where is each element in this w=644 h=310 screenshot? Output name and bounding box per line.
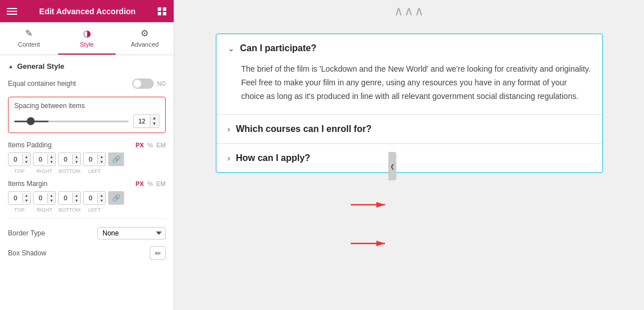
- margin-link-btn[interactable]: 🔗: [108, 191, 124, 205]
- padding-top-input[interactable]: [9, 156, 22, 163]
- section-title: General Style: [17, 62, 64, 71]
- margin-top-up[interactable]: ▲: [23, 193, 30, 198]
- padding-top-up[interactable]: ▲: [23, 154, 30, 159]
- margin-sub-labels: TOP RIGHT BOTTOM LEFT: [8, 207, 166, 213]
- padding-bottom-sublabel: BOTTOM: [58, 168, 81, 174]
- equal-container-height-row: Equal container height NO: [8, 78, 166, 89]
- hamburger-menu-icon[interactable]: [7, 8, 17, 15]
- box-shadow-label: Box Shadow: [8, 249, 46, 257]
- equal-container-toggle[interactable]: [132, 78, 154, 89]
- spacing-slider[interactable]: [14, 121, 129, 122]
- padding-left-sublabel: LEFT: [83, 168, 106, 174]
- box-shadow-row: Box Shadow ✏: [8, 246, 166, 260]
- margin-right-down[interactable]: ▼: [48, 198, 55, 203]
- border-type-select[interactable]: None Solid Dashed Dotted: [97, 227, 166, 239]
- wave-icon: ∧∧∧: [394, 4, 425, 19]
- items-margin-label: Items Margin: [8, 180, 47, 188]
- margin-right-input[interactable]: [34, 195, 47, 201]
- margin-left-sublabel: LEFT: [83, 207, 106, 213]
- margin-bottom-sublabel: BOTTOM: [58, 207, 81, 213]
- padding-link-btn[interactable]: 🔗: [108, 152, 124, 166]
- arrow-2: [351, 237, 391, 252]
- panel-body: ▲ General Style Equal container height N…: [0, 55, 174, 310]
- equal-container-height-label: Equal container height: [8, 80, 76, 88]
- margin-unit-px[interactable]: PX: [136, 180, 144, 187]
- margin-top-down[interactable]: ▼: [23, 198, 30, 203]
- margin-unit-pct[interactable]: %: [147, 180, 153, 187]
- padding-unit-pct[interactable]: %: [147, 142, 153, 148]
- padding-right-down[interactable]: ▼: [48, 159, 55, 164]
- padding-right-input[interactable]: [34, 156, 47, 163]
- padding-bottom-down[interactable]: ▼: [73, 159, 80, 164]
- margin-bottom-input[interactable]: [59, 195, 72, 201]
- padding-right-sublabel: RIGHT: [33, 168, 56, 174]
- margin-bottom-up[interactable]: ▲: [73, 193, 80, 198]
- accordion-title-3: How can I apply?: [236, 153, 310, 163]
- accordion-header-3[interactable]: › How can I apply?: [216, 144, 602, 172]
- advanced-tab-icon: ⚙: [141, 28, 149, 39]
- padding-unit-selector: PX % EM: [136, 142, 166, 148]
- chevron-right-icon-3: ›: [228, 154, 231, 163]
- padding-unit-em[interactable]: EM: [157, 142, 166, 148]
- chevron-down-icon: ⌄: [228, 44, 235, 53]
- padding-left-up[interactable]: ▲: [98, 154, 105, 159]
- box-shadow-edit-btn[interactable]: ✏: [150, 246, 166, 260]
- panel-header: Edit Advanced Accordion: [0, 0, 174, 22]
- spacing-down-btn[interactable]: ▼: [150, 121, 158, 127]
- spacing-section: Spacing between items ▲ ▼: [8, 97, 166, 133]
- margin-right-sublabel: RIGHT: [33, 207, 56, 213]
- margin-left-box: ▲▼: [83, 191, 106, 205]
- accordion-item-2: › Which courses can I enroll for?: [216, 115, 602, 144]
- accordion-body-text-1: The brief of the film is 'Lockdown and t…: [241, 64, 591, 101]
- right-content: ⌄ Can I participate? The brief of the fi…: [174, 22, 644, 310]
- padding-bottom-box: ▲▼: [58, 152, 81, 166]
- spacing-input-box: ▲ ▼: [133, 114, 159, 128]
- toggle-value-label: NO: [157, 81, 166, 87]
- margin-bottom-down[interactable]: ▼: [73, 198, 80, 203]
- border-type-label: Border Type: [8, 229, 45, 237]
- tab-advanced[interactable]: ⚙ Advanced: [116, 22, 174, 55]
- margin-left-up[interactable]: ▲: [98, 193, 105, 198]
- padding-bottom-up[interactable]: ▲: [73, 154, 80, 159]
- padding-left-down[interactable]: ▼: [98, 159, 105, 164]
- accordion-header-1[interactable]: ⌄ Can I participate?: [216, 34, 602, 63]
- margin-left-down[interactable]: ▼: [98, 198, 105, 203]
- margin-top-sublabel: TOP: [8, 207, 31, 213]
- margin-top-box: ▲▼: [8, 191, 31, 205]
- items-padding-label-row: Items Padding PX % EM: [8, 141, 166, 149]
- accordion-item-3: › How can I apply?: [216, 144, 602, 172]
- section-collapse-icon[interactable]: ▲: [8, 63, 14, 69]
- padding-inputs: ▲▼ ▲▼ ▲▼ ▲▼ 🔗: [8, 152, 166, 166]
- padding-right-up[interactable]: ▲: [48, 154, 55, 159]
- padding-unit-px[interactable]: PX: [136, 142, 144, 148]
- accordion-body-1: The brief of the film is 'Lockdown and t…: [216, 63, 602, 114]
- spacing-label: Spacing between items: [14, 102, 159, 110]
- margin-unit-selector: PX % EM: [136, 180, 166, 187]
- padding-left-input[interactable]: [84, 156, 97, 163]
- right-topbar: ∧∧∧: [174, 0, 644, 22]
- tab-content[interactable]: ✎ Content: [0, 22, 58, 55]
- items-margin-label-row: Items Margin PX % EM: [8, 180, 166, 188]
- accordion-widget: ⌄ Can I participate? The brief of the fi…: [216, 34, 603, 173]
- margin-right-box: ▲▼: [33, 191, 56, 205]
- accordion-title-1: Can I participate?: [240, 43, 317, 53]
- padding-bottom-input[interactable]: [59, 156, 72, 163]
- tab-style[interactable]: ◑ Style: [58, 22, 116, 55]
- margin-right-up[interactable]: ▲: [48, 193, 55, 198]
- content-tab-icon: ✎: [25, 28, 32, 39]
- padding-right-box: ▲▼: [33, 152, 56, 166]
- accordion-item-1: ⌄ Can I participate? The brief of the fi…: [216, 34, 602, 115]
- padding-top-down[interactable]: ▼: [23, 159, 30, 164]
- accordion-header-2[interactable]: › Which courses can I enroll for?: [216, 115, 602, 143]
- arrow-1: [351, 199, 391, 213]
- margin-inputs: ▲▼ ▲▼ ▲▼ ▲▼ 🔗: [8, 191, 166, 205]
- panel-tabs: ✎ Content ◑ Style ⚙ Advanced: [0, 22, 174, 55]
- style-tab-icon: ◑: [83, 28, 91, 39]
- margin-unit-em[interactable]: EM: [157, 180, 166, 187]
- spacing-up-btn[interactable]: ▲: [150, 115, 158, 121]
- apps-grid-icon[interactable]: [158, 7, 167, 15]
- margin-left-input[interactable]: [84, 195, 97, 201]
- margin-top-input[interactable]: [9, 195, 22, 201]
- panel-collapse-handle[interactable]: ❮: [388, 152, 396, 180]
- spacing-input[interactable]: [134, 118, 150, 125]
